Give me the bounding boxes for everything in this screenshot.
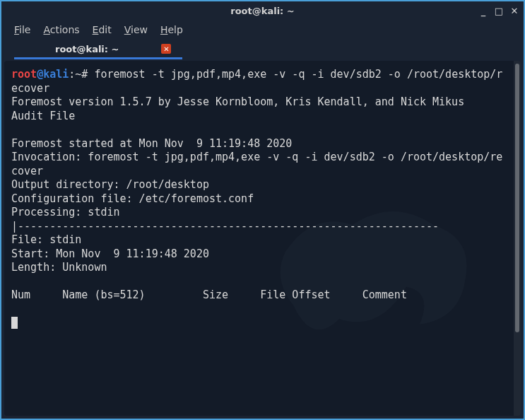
scrollbar[interactable] <box>514 61 521 416</box>
scrollbar-thumb[interactable] <box>515 64 519 332</box>
titlebar-controls: _ □ ✕ <box>478 6 519 16</box>
terminal-area: root@kali:~# foremost -t jpg,pdf,mp4,exe… <box>4 61 521 416</box>
terminal-window: root@kali: ~ _ □ ✕ File Actions Edit Vie… <box>0 0 525 420</box>
prompt-path: ~ <box>75 68 81 81</box>
menu-edit[interactable]: Edit <box>93 24 112 35</box>
minimize-button[interactable]: _ <box>478 6 488 16</box>
output-file: File: stdin <box>11 233 81 246</box>
output-header: Num Name (bs=512) Size File Offset Comme… <box>11 288 407 301</box>
menu-view[interactable]: View <box>124 24 148 35</box>
prompt-host: kali <box>43 68 69 81</box>
prompt-at: @ <box>37 68 43 81</box>
titlebar[interactable]: root@kali: ~ _ □ ✕ <box>1 1 524 20</box>
menubar: File Actions Edit View Help <box>1 20 524 40</box>
output-invocation: Invocation: foremost -t jpg,pdf,mp4,exe … <box>11 151 502 177</box>
output-outputdir: Output directory: /root/desktop <box>11 178 209 191</box>
menu-help[interactable]: Help <box>160 24 183 35</box>
prompt-user: root <box>11 68 37 81</box>
maximize-button[interactable]: □ <box>494 6 504 16</box>
tab-close-icon[interactable]: ✕ <box>161 44 171 54</box>
cursor-block <box>11 317 18 329</box>
menu-file[interactable]: File <box>14 24 30 35</box>
output-processing: Processing: stdin <box>11 206 120 218</box>
close-button[interactable]: ✕ <box>509 6 519 16</box>
tab-label: root@kali: ~ <box>55 44 119 54</box>
tabbar: root@kali: ~ ✕ <box>1 40 524 58</box>
output-version: Foremost version 1.5.7 by Jesse Kornbloo… <box>11 95 464 108</box>
tab-underline <box>14 57 182 59</box>
tab-active[interactable]: root@kali: ~ ✕ <box>55 44 171 54</box>
menu-actions[interactable]: Actions <box>43 24 79 35</box>
output-start: Start: Mon Nov 9 11:19:48 2020 <box>11 247 209 260</box>
output-length: Length: Unknown <box>11 261 107 274</box>
prompt-sep: : <box>69 68 75 81</box>
window-title: root@kali: ~ <box>230 6 294 16</box>
output-config: Configuration file: /etc/foremost.conf <box>11 192 254 205</box>
output-audit: Audit File <box>11 110 75 122</box>
output-separator: |---------------------------------------… <box>11 220 439 233</box>
terminal-output[interactable]: root@kali:~# foremost -t jpg,pdf,mp4,exe… <box>4 61 514 416</box>
output-started: Foremost started at Mon Nov 9 11:19:48 2… <box>11 137 292 150</box>
